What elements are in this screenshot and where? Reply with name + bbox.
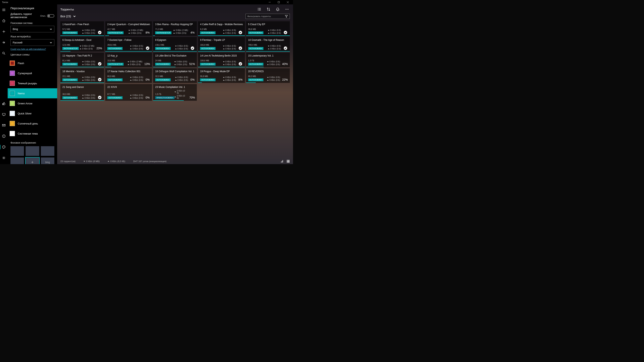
card-size: 42,7 МБ [107,28,128,30]
svg-marker-49 [268,48,270,49]
torrent-card[interactable]: 20 REVERIES88,3 МБОСТАНОВЛЕН0 КБ/с (0 Б)… [246,68,290,83]
down-rate: 0 КБ/с (0 Б) [223,45,236,47]
notification-bell-icon[interactable] [275,6,280,12]
bg-thumb[interactable]: bing [41,157,54,164]
hamburger-button[interactable] [0,6,8,14]
theme-item[interactable]: Green Arrow [8,98,57,108]
progress-bar [153,35,155,36]
svg-rect-84 [288,161,290,162]
card-size: 1,5 ГБ [155,93,174,95]
theme-item[interactable]: Солнечный день [8,118,57,128]
card-title: 13 Little Bird & The Eschaton [155,54,195,57]
up-rate: 0 КБ/с (0 Б) [82,79,95,81]
down-rate: 0 КБ/с (0 Б) [174,90,187,94]
card-size: 359,6 МБ [107,44,130,46]
card-size: 80,9 МБ [107,75,130,77]
torrent-card[interactable]: 21 Song and Dance38,9 МБОСТАНОВЛЕН0 КБ/с… [60,84,104,101]
search-input[interactable] [247,15,285,17]
check-icon [98,78,102,81]
torrent-card[interactable]: 9 Flembaz - Tripalle LP166,8 МБОСТАНОВЛЕ… [198,37,245,51]
up-rate: 0 КБ/с (0 Б) [174,63,187,65]
torrent-card[interactable]: 2 Anyer Quantum - Corrupted Meltdown42,7… [105,21,152,36]
theme-item[interactable]: Nemo [8,88,57,98]
filter-dropdown[interactable]: Все (23) [60,15,76,18]
svg-marker-70 [82,95,84,96]
maximize-button[interactable] [274,0,283,4]
torrent-card[interactable]: 22 XXVII67,7 МБОСТАНОВЛЕН0 КБ/с (0 Б)0 К… [105,84,152,101]
torrent-card[interactable]: 7 Ducked Ape - Follow359,6 МБОСТАНОВЛЕН0… [105,37,152,51]
language-select[interactable]: Русский [10,39,54,46]
bg-thumb[interactable] [10,157,24,164]
torrent-card[interactable]: 19 Progus - Deep Mode EP55,9 МБОСТАНОВЛЕ… [198,68,245,83]
close-button[interactable] [283,0,292,4]
bg-thumb[interactable] [41,146,54,156]
torrent-card[interactable]: 14 Live At Teufelsberg Berlin 2015108,6 … [198,53,245,67]
bg-thumb[interactable] [10,146,24,156]
minimize-button[interactable] [265,0,274,4]
svg-marker-46 [223,46,224,47]
bg-thumb[interactable]: + [26,157,39,164]
home-icon[interactable] [0,17,8,24]
auto-add-toggle[interactable] [47,14,54,17]
card-title: 23 Music Compilation Vol. 1 [155,86,195,88]
search-box[interactable] [246,14,290,19]
theme-item[interactable]: Темный рыцарь [8,78,57,88]
torrent-card[interactable]: 12 Kay_p10,6 МБЗАГРУЖАЕТСЯ0 КБ/с (2 МБ)0… [105,53,152,67]
card-size: 10,6 МБ [107,59,128,62]
torrent-card[interactable]: 10 Gramatik - The Age of Reason788,4 МБО… [246,37,290,51]
signal-icon[interactable] [280,160,284,163]
up-rate: 0 КБ/с (0 Б) [175,48,188,50]
torrent-card[interactable]: 16 Memtrix - Voodoo22,1 МБОСТАНОВЛЕН0 КБ… [60,68,104,83]
search-engine-select[interactable]: Bing [10,26,54,32]
check-icon [146,46,149,50]
torrent-card[interactable]: 18 Orthogon Wolf Compilation Vol. 132,3 … [153,68,197,83]
mail-icon[interactable] [0,121,8,129]
more-icon[interactable] [284,6,290,12]
list-view-icon[interactable] [256,6,262,12]
info-icon[interactable] [0,132,8,140]
grid-icon[interactable] [286,160,290,163]
card-size: 230,3 МБ [155,44,175,46]
torrent-card[interactable]: 4 Callie Reiff & Dapp - Wobble Remixes8,… [198,21,245,36]
card-title: 11 Haywyre - Two Fold Pt 2 [62,54,102,57]
link-icon[interactable] [0,39,8,46]
theme-item[interactable]: Супергерой [8,68,57,78]
up-rate: 0 КБ/с (0 Б) [267,79,280,81]
theme-item[interactable]: Quick Silver [8,108,57,118]
torrent-card[interactable]: 8 Epigram230,3 МБОСТАНОВЛЕН0 КБ/с (0 Б)0… [153,37,197,51]
progress-bar [198,67,245,67]
svg-marker-51 [82,64,84,65]
svg-marker-64 [175,77,177,78]
settings-gear-icon[interactable] [0,154,8,162]
bg-thumb[interactable] [26,146,39,156]
torrent-card[interactable]: 6 Dooqu & Ashdown - Dust12,6 МБЗАГРУЖАЕТ… [60,37,104,51]
torrent-card[interactable]: 3 Ben Rama - Rooftop Hopping EP71,3 МБЗА… [153,21,197,36]
torrent-card[interactable]: 15 Lowtemporary Vol. 11,3 ГБОСТАНОВЛЕН0 … [246,53,290,67]
auto-add-label: Добавлять торрент автоматически [10,13,39,19]
svg-marker-72 [130,95,132,96]
search-icon[interactable] [0,49,8,57]
card-status: ОСТАНОВЛЕН [155,47,170,50]
torrent-card[interactable]: 17 Naviar Haiku Collection 00180,9 МБОСТ… [105,68,152,83]
torrent-card[interactable]: 23 Music Compilation Vol. 11,5 ГБПРИОСТА… [153,84,197,101]
theme-item[interactable]: Системная тема [8,128,57,139]
torrent-card[interactable]: 13 Little Bird & The Eschaton24 МБОСТАНО… [153,53,197,67]
up-rate: 0 КБ/с (0 Б) [82,32,95,34]
card-percent: 0% [190,78,194,81]
language-value: Русский [13,41,22,44]
thumbs-up-icon[interactable] [0,100,8,107]
torrent-card[interactable]: 1 KanniFam - Free Flesh57,2 МБОСТАНОВЛЕН… [60,21,104,36]
svg-rect-79 [282,161,282,162]
theme-item[interactable]: Flash [8,58,57,68]
sort-icon[interactable] [266,6,271,12]
check-icon [98,96,102,99]
add-icon[interactable] [0,28,8,35]
card-size: 55,9 МБ [200,75,223,77]
svg-rect-82 [288,160,290,161]
monitor-icon[interactable] [0,111,8,118]
palette-icon[interactable] [0,143,8,151]
svg-point-20 [3,157,4,158]
torrent-card[interactable]: 11 Haywyre - Two Fold Pt 281,4 МБОСТАНОВ… [60,53,104,67]
translate-link[interactable]: Could you help us with translations? [10,48,46,50]
torrent-card[interactable]: 5 Cloud City EP39,6 МБОСТАНОВЛЕН0 КБ/с (… [246,21,290,36]
